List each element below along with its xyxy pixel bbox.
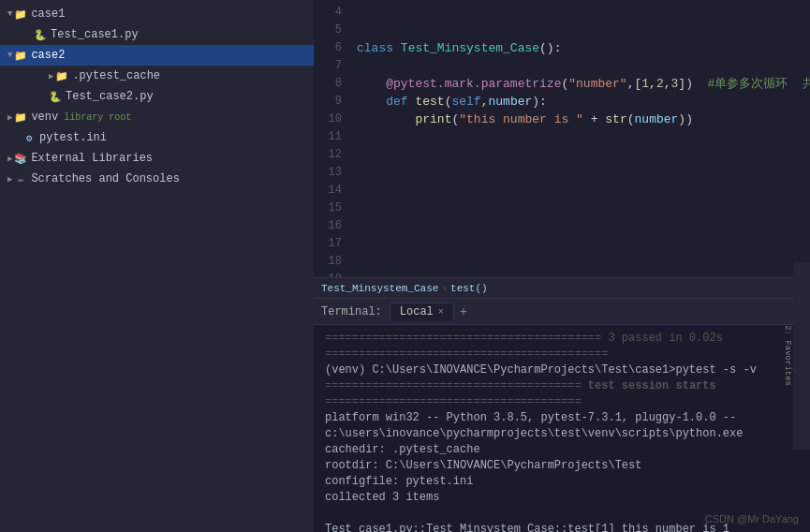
- sidebar-item-test-case1[interactable]: 🐍 Test_case1.py: [0, 24, 314, 45]
- arrow-icon: ▶: [49, 71, 53, 81]
- folder-icon: 📁: [14, 50, 27, 62]
- sidebar-item-label: case1: [31, 7, 65, 21]
- platform-info: platform win32 -- Python 3.8.5, pytest-7…: [325, 411, 743, 440]
- terminal-label: Terminal:: [321, 305, 382, 318]
- separator-line: ========================================…: [325, 332, 723, 361]
- folder-icon: 📁: [14, 111, 27, 124]
- sidebar-item-label: case2: [31, 49, 65, 62]
- sidebar-item-case1[interactable]: ▼ 📁 case1: [0, 4, 314, 24]
- arrow-icon: ▼: [7, 51, 12, 60]
- favorites-item-1[interactable]: 2: Favorites: [783, 326, 792, 387]
- sidebar-item-case2[interactable]: ▼ 📁 case2: [0, 45, 314, 66]
- breadcrumb-separator: ›: [441, 283, 448, 294]
- lib-icon: 📚: [14, 153, 27, 165]
- sidebar-item-label: External Libraries: [31, 152, 153, 165]
- sidebar-item-label: .pytest_cache: [72, 69, 160, 82]
- arrow-icon: ▼: [7, 9, 12, 19]
- folder-icon: 📁: [55, 70, 68, 82]
- session-separator: ====================================== t…: [325, 379, 716, 408]
- terminal-tab-local[interactable]: Local ×: [390, 303, 454, 320]
- sidebar-item-label: venv: [31, 111, 58, 124]
- configfile-info: configfile: pytest.ini: [325, 475, 473, 488]
- sidebar-item-pytest-ini[interactable]: ⚙ pytest.ini: [0, 127, 314, 148]
- sidebar: ▼ 📁 case1 🐍 Test_case1.py ▼ 📁 case2 ▶ 📁 …: [0, 0, 314, 532]
- sidebar-item-venv[interactable]: ▶ 📁 venv library root: [0, 107, 314, 127]
- file-tree: ▼ 📁 case1 🐍 Test_case1.py ▼ 📁 case2 ▶ 📁 …: [0, 0, 314, 532]
- breadcrumb-class: Test_Minsystem_Case: [321, 283, 438, 294]
- favorites-strip: 2: Favorites Structure: [793, 262, 810, 450]
- py-file-icon: 🐍: [49, 91, 62, 103]
- add-terminal-button[interactable]: +: [460, 304, 467, 319]
- sidebar-item-label: Test_case1.py: [51, 28, 139, 41]
- close-icon[interactable]: ×: [438, 307, 444, 318]
- line-numbers: 4 5 6 7 8 9 10 11 12 13 14 15 16 17 18 1…: [314, 0, 349, 277]
- sidebar-item-label: Scratches and Consoles: [31, 172, 179, 185]
- library-root-badge: library root: [64, 112, 131, 123]
- sidebar-item-ext-libs[interactable]: ▶ 📚 External Libraries: [0, 148, 314, 169]
- folder-icon: 📁: [14, 8, 27, 21]
- cachedir-info: cachedir: .pytest_cache: [325, 443, 480, 456]
- sidebar-item-pytest-cache[interactable]: ▶ 📁 .pytest_cache: [0, 66, 314, 86]
- arrow-icon: ▶: [7, 154, 12, 164]
- sidebar-item-label: Test_case2.py: [66, 90, 154, 103]
- py-file-icon: 🐍: [34, 29, 47, 41]
- test-result-1: Test_case1.py::Test_Minsystem_Case::test…: [325, 523, 729, 532]
- ini-file-icon: ⚙: [22, 132, 36, 144]
- main-panel: 4 5 6 7 8 9 10 11 12 13 14 15 16 17 18 1…: [314, 0, 810, 532]
- terminal-output[interactable]: ========================================…: [314, 325, 810, 532]
- rootdir-info: rootdir: C:\Users\INOVANCE\PycharmProjec…: [325, 459, 641, 472]
- code-editor[interactable]: class Test_Minsystem_Case(): @pytest.mar…: [349, 0, 810, 277]
- sidebar-item-label: pytest.ini: [39, 131, 107, 144]
- sidebar-item-scratches[interactable]: ▶ ✏ Scratches and Consoles: [0, 169, 314, 189]
- arrow-icon: ▶: [7, 174, 12, 185]
- tab-label: Local: [400, 305, 434, 318]
- terminal-command: (venv) C:\Users\INOVANCE\PycharmProjects…: [325, 363, 757, 377]
- editor-panel: 4 5 6 7 8 9 10 11 12 13 14 15 16 17 18 1…: [314, 0, 810, 277]
- arrow-icon: ▶: [7, 112, 12, 123]
- sidebar-item-test-case2[interactable]: 🐍 Test_case2.py: [0, 86, 314, 107]
- breadcrumb-method: test(): [450, 283, 488, 294]
- breadcrumb: Test_Minsystem_Case › test(): [314, 277, 810, 298]
- collected-info: collected 3 items: [325, 491, 439, 504]
- watermark: CSDN @Mr DaYang: [705, 513, 799, 525]
- terminal-panel: Terminal: Local × + ====================…: [314, 298, 810, 532]
- terminal-tab-bar: Terminal: Local × +: [314, 299, 810, 325]
- scratch-icon: ✏: [14, 173, 27, 185]
